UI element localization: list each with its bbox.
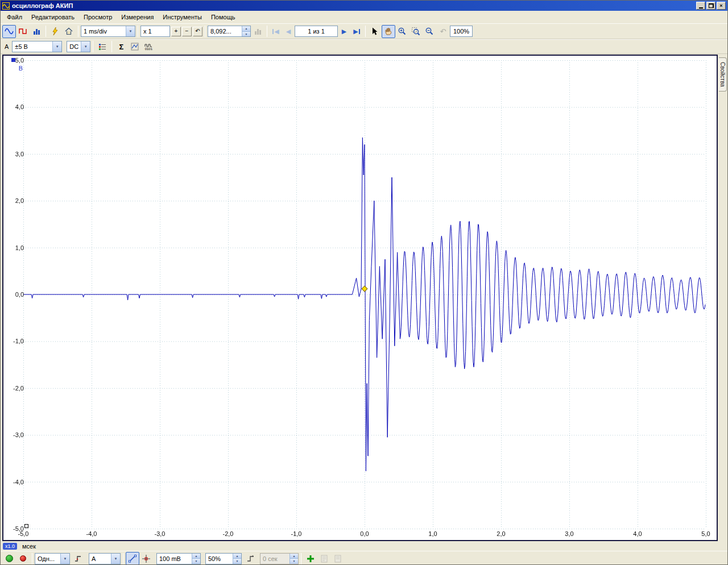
- hysteresis-spinner[interactable]: 50% ▲ ▼: [205, 553, 242, 564]
- coupling-value: DC: [67, 41, 81, 52]
- zoom-level-value: 100%: [453, 28, 469, 35]
- menu-tools[interactable]: Инструменты: [158, 12, 206, 22]
- spin-up-icon[interactable]: ▲: [242, 26, 250, 31]
- zoom-out-button[interactable]: [423, 25, 436, 38]
- edit-measurement-button: [317, 552, 331, 565]
- sum-button[interactable]: Σ: [114, 40, 128, 53]
- menu-file[interactable]: Файл: [2, 12, 27, 22]
- select-trace-button[interactable]: [128, 40, 142, 53]
- rising-edge-button[interactable]: [244, 552, 258, 565]
- home-button[interactable]: [62, 25, 76, 38]
- chevron-down-icon: ▼: [60, 554, 69, 564]
- delay-spinner: 0 сек ▲ ▼: [260, 553, 299, 564]
- wizard-button[interactable]: [48, 25, 62, 38]
- minimize-button[interactable]: [696, 2, 705, 10]
- home-icon: [64, 27, 73, 36]
- zoom-region-icon: [411, 27, 420, 36]
- channel-list-icon: [98, 42, 107, 51]
- menu-help[interactable]: Помощь: [206, 12, 240, 22]
- spin-up-icon[interactable]: ▲: [233, 554, 241, 559]
- separator: [301, 553, 301, 564]
- zoom-out-icon: [425, 27, 434, 36]
- menu-view[interactable]: Просмотр: [79, 12, 117, 22]
- histogram-view-button[interactable]: [30, 25, 43, 38]
- scale-plus-button[interactable]: +: [171, 27, 181, 36]
- minimize-icon: [699, 7, 703, 9]
- chevron-down-icon: ▼: [111, 554, 120, 564]
- add-icon: [306, 554, 315, 563]
- spin-down-icon[interactable]: ▼: [242, 31, 250, 37]
- tab-properties[interactable]: Свойства: [719, 57, 727, 92]
- separator: [205, 26, 205, 37]
- separator: [78, 26, 78, 37]
- first-page-button[interactable]: ◀: [270, 25, 282, 38]
- digital-display-button[interactable]: 0101: [142, 40, 155, 53]
- stop-icon: [20, 555, 26, 562]
- restore-button[interactable]: [706, 2, 715, 10]
- spin-down-icon: ▼: [290, 558, 298, 564]
- scale-minus-button[interactable]: −: [182, 27, 192, 36]
- channel-label: A: [5, 43, 9, 50]
- hysteresis-value: 50%: [206, 554, 233, 564]
- scope-canvas[interactable]: [3, 56, 717, 540]
- channel-toolbar: A ±5 В ▼ DC ▼ Σ 0101: [1, 39, 727, 54]
- spin-down-icon[interactable]: ▼: [192, 558, 200, 564]
- close-button[interactable]: ×: [717, 2, 726, 10]
- nav-bar-icon: [359, 29, 360, 34]
- acquisition-toolbar: Одн... ▼ A ▼ 100 mB ▲ ▼ 50% ▲ ▼: [1, 551, 727, 565]
- coupling-select[interactable]: DC ▼: [67, 41, 90, 52]
- pan-tool-button[interactable]: [382, 25, 395, 38]
- close-icon: ×: [719, 3, 722, 9]
- rising-edge-icon: [246, 554, 255, 563]
- last-page-button[interactable]: ▶: [350, 25, 363, 38]
- histogram-tool-button: [251, 25, 264, 38]
- cursor-arrow-icon: [370, 27, 379, 36]
- properties-strip: Свойства: [718, 55, 727, 541]
- nav-bar-icon: [272, 29, 274, 34]
- prev-page-button[interactable]: ◀: [282, 25, 295, 38]
- timebase-value: 1 ms/div: [81, 26, 126, 36]
- scale-reset-button[interactable]: ↶: [193, 27, 202, 36]
- trigger-edge-button[interactable]: [72, 552, 85, 565]
- run-button[interactable]: [2, 552, 16, 565]
- select-tool-button[interactable]: [368, 25, 382, 38]
- stop-button[interactable]: [16, 552, 30, 565]
- app-icon: [2, 2, 10, 10]
- square-view-button[interactable]: [16, 25, 30, 38]
- delete-measurement-button: [331, 552, 345, 565]
- range-select[interactable]: ±5 В ▼: [12, 41, 62, 52]
- menu-measurements[interactable]: Измерения: [117, 12, 158, 22]
- spin-up-icon[interactable]: ▲: [192, 554, 200, 559]
- chevron-down-icon: ▼: [52, 41, 61, 52]
- document-icon: [333, 554, 342, 563]
- hand-icon: [384, 27, 393, 36]
- scale-field[interactable]: x 1: [140, 26, 170, 37]
- separator: [123, 553, 123, 564]
- menu-edit[interactable]: Редактировать: [27, 12, 79, 22]
- channel-list-button[interactable]: [96, 40, 109, 53]
- add-measurement-button[interactable]: [304, 552, 317, 565]
- undo-icon: ↶: [440, 28, 446, 35]
- zoom-level-field[interactable]: 100%: [450, 26, 473, 37]
- trigger-level-value: 100 mB: [157, 554, 192, 564]
- window-title: осциллограф АКИП: [12, 2, 695, 9]
- analog-view-button[interactable]: [2, 25, 16, 38]
- sine-wave-icon: [5, 27, 14, 36]
- timebase-select[interactable]: 1 ms/div ▼: [81, 26, 135, 37]
- position-spinner[interactable]: 8,092... ▲ ▼: [208, 26, 251, 37]
- chevron-down-icon: ▼: [126, 26, 135, 36]
- trigger-level-spinner[interactable]: 100 mB ▲ ▼: [156, 553, 201, 564]
- zoom-region-button[interactable]: [409, 25, 423, 38]
- scale-value: x 1: [143, 28, 152, 35]
- next-page-button[interactable]: ▶: [338, 25, 350, 38]
- slope-cursor-button[interactable]: [126, 552, 139, 565]
- page-indicator: 1 из 1: [295, 26, 338, 37]
- trigger-mode-select[interactable]: Одн... ▼: [35, 553, 70, 564]
- nav-next-icon: ▶: [353, 28, 358, 35]
- crosshair-cursor-button[interactable]: [139, 552, 153, 565]
- spin-down-icon[interactable]: ▼: [233, 558, 241, 564]
- main-toolbar: 1 ms/div ▼ x 1 + − ↶ 8,092... ▲ ▼ ◀ ◀ 1 …: [1, 23, 727, 39]
- zoom-in-button[interactable]: [395, 25, 409, 38]
- square-wave-icon: [18, 27, 27, 36]
- trigger-source-select[interactable]: A ▼: [89, 553, 121, 564]
